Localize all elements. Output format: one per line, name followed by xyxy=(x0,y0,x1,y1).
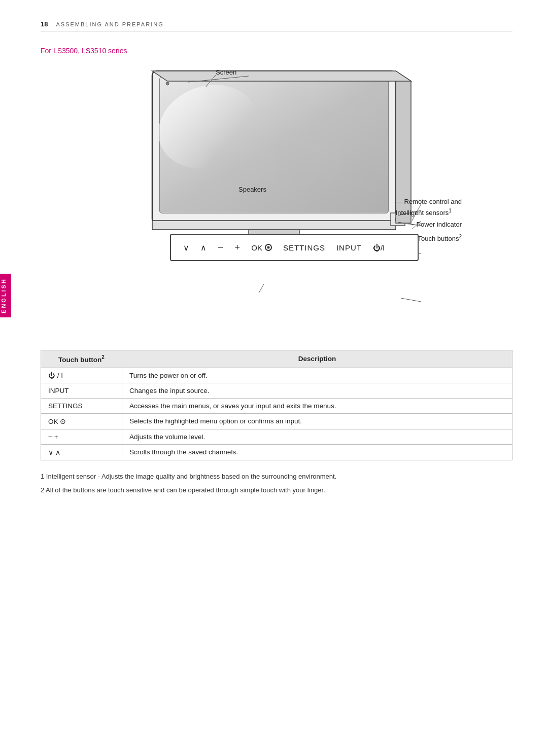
btn-input: INPUT xyxy=(336,243,362,252)
footnote-1: 1 Intelligent sensor - Adjusts the image… xyxy=(41,471,512,482)
label-speakers: Speakers xyxy=(238,186,266,193)
cell-description: Changes the input source. xyxy=(122,383,512,398)
table-row: − +Adjusts the volume level. xyxy=(41,429,512,444)
cell-description: Turns the power on or off. xyxy=(122,368,512,383)
svg-line-21 xyxy=(259,284,264,293)
btn-power: ⏻/I xyxy=(373,243,385,252)
cell-description: Adjusts the volume level. xyxy=(122,429,512,444)
cell-button: ⏻ / I xyxy=(41,368,122,383)
cell-button: SETTINGS xyxy=(41,398,122,413)
label-power-indicator: —Power indicator xyxy=(407,221,462,228)
table-row: INPUTChanges the input source. xyxy=(41,383,512,398)
btn-plus: + xyxy=(234,242,240,253)
col-button: Touch button2 xyxy=(41,350,122,368)
table-row: ∨ ∧Scrolls through the saved channels. xyxy=(41,444,512,460)
page-number: 18 xyxy=(41,20,48,28)
cell-description: Accesses the main menus, or saves your i… xyxy=(122,398,512,413)
touch-buttons-panel: ∨ ∧ − + OK SETTINGS INPUT ⏻/I xyxy=(170,234,419,261)
svg-rect-5 xyxy=(152,221,396,230)
cell-button: OK ⊙ xyxy=(41,413,122,429)
btn-vol-up: ∧ xyxy=(200,243,207,253)
label-screen: Screen xyxy=(216,68,236,76)
cell-description: Scrolls through the saved channels. xyxy=(122,444,512,460)
btn-minus: − xyxy=(218,242,223,253)
footnotes: 1 Intelligent sensor - Adjusts the image… xyxy=(41,471,512,496)
svg-line-22 xyxy=(401,298,421,302)
table-row: OK ⊙Selects the highlighted menu option … xyxy=(41,413,512,429)
table-row: ⏻ / ITurns the power on or off. xyxy=(41,368,512,383)
btn-vol-down: ∨ xyxy=(183,243,189,253)
footnote-2: 2 All of the buttons are touch sensitive… xyxy=(41,484,512,496)
page-title: ASSEMBLING AND PREPARING xyxy=(56,21,163,27)
diagram-area: Screen —Remote control andIntelligent se… xyxy=(41,66,512,330)
svg-point-4 xyxy=(166,82,169,85)
table-header-row: Touch button2 Description xyxy=(41,350,512,368)
cell-description: Selects the highlighted menu option or c… xyxy=(122,413,512,429)
btn-settings: SETTINGS xyxy=(283,243,325,252)
btn-ok: OK xyxy=(251,243,272,252)
cell-button: − + xyxy=(41,429,122,444)
description-table: Touch button2 Description ⏻ / ITurns the… xyxy=(41,350,512,460)
page-header: 18 ASSEMBLING AND PREPARING xyxy=(41,20,512,31)
table-row: SETTINGSAccesses the main menus, or save… xyxy=(41,398,512,413)
label-remote: —Remote control andIntelligent sensors1 xyxy=(396,197,462,218)
language-tab: ENGLISH xyxy=(0,274,11,317)
svg-marker-12 xyxy=(152,71,411,81)
tv-diagram: Screen —Remote control andIntelligent se… xyxy=(107,66,462,270)
col-description: Description xyxy=(122,350,512,368)
series-label: For LS3500, LS3510 series xyxy=(41,47,512,55)
cell-button: INPUT xyxy=(41,383,122,398)
cell-button: ∨ ∧ xyxy=(41,444,122,460)
